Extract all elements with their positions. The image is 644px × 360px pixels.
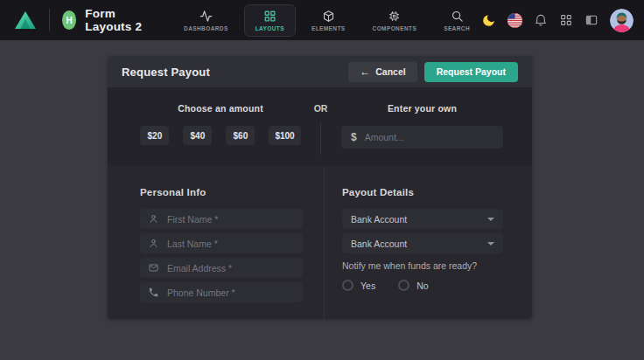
radio-circle-icon [342,280,354,291]
menu-item-components[interactable]: COMPONENTS [361,4,429,37]
enter-own-label: Enter your own [388,103,457,114]
last-name-input[interactable] [167,239,295,249]
dollar-icon: $ [351,131,357,143]
select-value: Bank Account [351,214,407,225]
bank-account-select-1[interactable]: Bank Account [342,209,503,229]
chevron-down-icon [487,242,494,246]
envelope-icon [148,262,159,273]
menu-label: COMPONENTS [373,25,417,31]
request-payout-card: Request Payout ← Cancel Request Payout C… [108,56,532,319]
sidebar-toggle-button[interactable] [584,13,598,27]
notify-radio-group: Yes No [342,280,503,291]
app-logo[interactable] [14,10,37,30]
chip-icon [388,10,401,23]
search-icon [451,10,464,23]
top-navbar: H Form Layouts 2 DASHBOARDS LAYOUTS ELEM… [0,0,644,40]
layout-grid-icon [263,10,276,23]
main-menu: DASHBOARDS LAYOUTS ELEMENTS COMPONENTS [172,4,481,37]
page-brand[interactable]: H Form Layouts 2 [62,7,153,33]
menu-label: LAYOUTS [256,25,284,31]
brand-avatar: H [62,10,77,30]
custom-amount-input[interactable] [365,132,494,142]
sidebar-toggle-icon [584,13,598,27]
chevron-down-icon [487,218,494,221]
radio-no[interactable]: No [398,280,428,291]
phone-field [140,282,303,302]
navbar-divider [49,9,50,31]
person-icon [148,238,159,249]
menu-item-search[interactable]: SEARCH [432,4,481,37]
menu-item-elements[interactable]: ELEMENTS [300,4,357,37]
card-header: Request Payout ← Cancel Request Payout [108,56,532,87]
apps-menu-button[interactable] [559,13,573,27]
email-input[interactable] [167,263,295,273]
language-flag-icon [508,13,522,28]
radio-yes-label: Yes [360,280,375,291]
cancel-button-label: Cancel [375,66,405,77]
preset-amount-60[interactable]: $60 [226,126,255,145]
person-icon [148,213,159,225]
apps-grid-icon [559,13,573,27]
select-value: Bank Account [351,239,407,249]
preset-amount-20[interactable]: $20 [140,126,169,145]
choose-amount-group: Choose an amount $20 $40 $60 $100 [141,103,300,166]
notify-question-label: Notify me when funds are ready? [342,260,503,271]
bank-account-select-2[interactable]: Bank Account [342,233,503,253]
radio-yes[interactable]: Yes [342,280,375,291]
or-label: OR [314,103,328,114]
phone-icon [148,287,159,298]
menu-label: DASHBOARDS [184,25,228,31]
amount-presets: $20 $40 $60 $100 [140,126,300,145]
page-title: Form Layouts 2 [85,7,153,33]
radio-circle-icon [398,280,410,291]
card-title: Request Payout [122,66,210,79]
menu-item-dashboards[interactable]: DASHBOARDS [172,4,240,37]
cancel-button[interactable]: ← Cancel [348,62,416,82]
user-avatar[interactable] [610,9,634,32]
language-selector[interactable] [508,13,522,28]
theme-toggle[interactable] [481,13,496,28]
custom-amount-field: $ [341,126,503,149]
card-body: Personal Info [108,166,532,319]
first-name-input[interactable] [167,214,295,225]
notifications-button[interactable] [534,13,548,27]
notifications-bell-icon [534,13,548,27]
or-divider: OR [300,103,341,166]
amount-section: Choose an amount $20 $40 $60 $100 OR Ent… [108,87,532,166]
navbar-controls [481,9,634,32]
request-payout-button[interactable]: Request Payout [424,62,518,82]
first-name-field [140,209,303,229]
payout-details-heading: Payout Details [342,187,503,197]
email-field [140,258,303,278]
preset-amount-40[interactable]: $40 [183,126,212,145]
menu-label: ELEMENTS [312,25,346,31]
theme-moon-icon [481,13,496,28]
card-header-actions: ← Cancel Request Payout [348,62,518,82]
activity-icon [200,10,213,23]
menu-item-layouts[interactable]: LAYOUTS [244,4,296,37]
last-name-field [140,233,303,253]
radio-no-label: No [416,280,428,291]
payout-details-column: Payout Details Bank Account Bank Account… [324,166,503,319]
or-divider-line [320,121,321,155]
choose-amount-label: Choose an amount [178,103,263,114]
back-arrow-icon: ← [360,66,370,77]
personal-info-heading: Personal Info [140,187,303,197]
phone-input[interactable] [167,287,295,298]
cube-icon [322,10,335,23]
menu-label: SEARCH [444,25,470,31]
user-avatar-image [610,9,634,32]
preset-amount-100[interactable]: $100 [269,126,300,145]
triangle-logo-icon [14,10,37,30]
personal-info-column: Personal Info [140,166,324,319]
enter-your-own-group: Enter your own $ [341,103,503,166]
